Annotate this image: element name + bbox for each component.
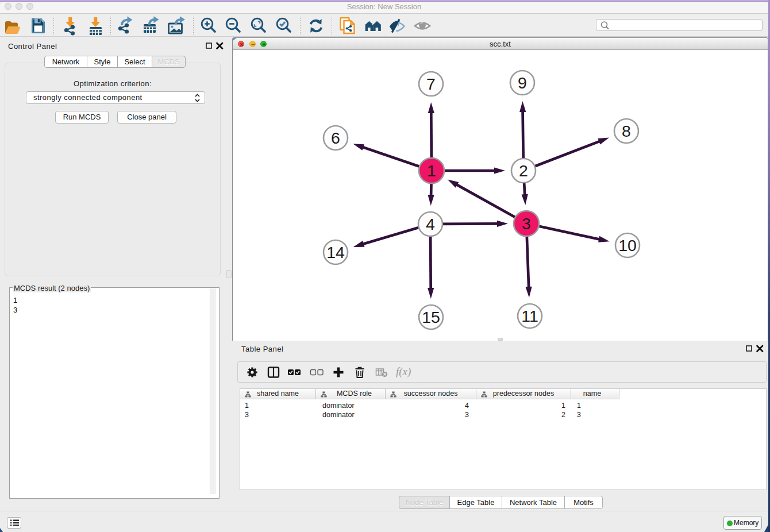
svg-text:9: 9 (518, 74, 527, 92)
svg-text:6: 6 (331, 129, 340, 147)
svg-text:2: 2 (519, 161, 528, 180)
svg-text:1: 1 (427, 161, 436, 180)
svg-text:10: 10 (618, 236, 637, 255)
svg-text:15: 15 (422, 308, 440, 326)
svg-text:11: 11 (521, 307, 538, 325)
svg-text:4: 4 (426, 215, 435, 233)
svg-text:3: 3 (522, 214, 531, 233)
svg-text:7: 7 (426, 75, 436, 93)
svg-text:8: 8 (622, 122, 631, 140)
svg-text:14: 14 (326, 243, 345, 261)
